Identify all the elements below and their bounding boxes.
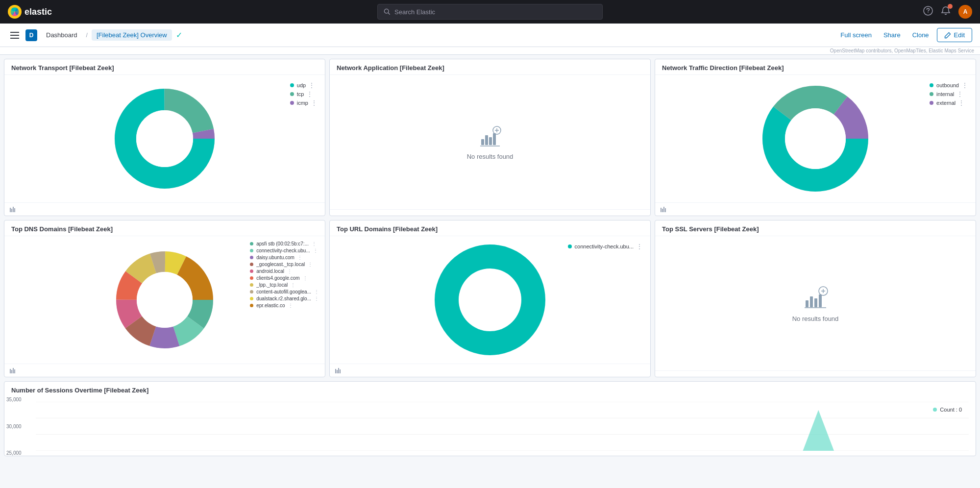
svg-rect-35 [663,207,664,212]
top-url-panel: Top URL Domains [Filebeat Zeek] connecti… [329,220,651,377]
dns-dot-9 [250,297,253,300]
top-url-body: connectivity-check.ubu... ⋮ [330,236,650,364]
dns-menu-7[interactable]: ⋮ [291,282,297,288]
fullscreen-button[interactable]: Full screen [836,29,876,41]
outbound-menu[interactable]: ⋮ [962,82,969,89]
dns-legend-7: _lpp._tcp.local ⋮ [250,282,321,288]
network-application-empty: No results found [467,124,514,160]
url-menu-1[interactable]: ⋮ [637,243,643,250]
elastic-logo-text: elastic [24,7,52,17]
dns-legend-2: connectivity-check.ubu... ⋮ [250,248,321,253]
top-url-chart [434,244,546,356]
svg-rect-17 [10,208,11,212]
search-bar[interactable]: Search Elastic [377,4,603,20]
search-icon [384,8,391,15]
dns-menu-5[interactable]: ⋮ [287,268,294,274]
dns-menu-8[interactable]: ⋮ [314,289,321,294]
breadcrumb-icon: D [25,29,37,41]
breadcrumb-dashboard[interactable]: Dashboard [41,29,82,41]
hamburger-button[interactable] [8,28,22,42]
y-label-30k: 30,000 [6,424,22,429]
no-results-icon [478,124,502,148]
sessions-title: Number of Sessions Overtime [Filebeat Ze… [4,382,976,397]
dns-menu-4[interactable]: ⋮ [308,262,315,267]
svg-rect-57 [338,368,339,373]
notification-badge [948,4,953,9]
dns-dot-3 [250,256,253,259]
top-ssl-panel: Top SSL Servers [Filebeat Zeek] No resul… [655,220,976,377]
notification-icon[interactable] [941,6,951,18]
top-ssl-empty: No results found [792,285,839,322]
search-bar-container: Search Elastic [377,4,603,20]
dns-legend-1: apsfi stb (00:02:5b:c7:... ⋮ [250,241,321,246]
help-icon[interactable] [923,6,933,18]
top-url-footer [330,364,650,377]
dns-menu-3[interactable]: ⋮ [297,255,304,260]
legend-internal: internal ⋮ [930,91,969,98]
nav-icons: A [923,5,972,19]
dns-legend-4: _googlecast._tcp.local ⋮ [250,262,321,267]
sessions-panel: Number of Sessions Overtime [Filebeat Ze… [4,381,976,456]
clone-button[interactable]: Clone [908,29,933,41]
internal-dot [930,92,933,96]
external-menu[interactable]: ⋮ [958,99,965,106]
elastic-logo[interactable]: elastic [8,5,52,19]
svg-point-8 [928,12,929,13]
legend-outbound: outbound ⋮ [930,82,969,89]
tcp-label: tcp [297,91,304,97]
svg-rect-58 [340,369,341,373]
sessions-body: 35,000 30,000 25,000 Count : 0 [4,397,976,456]
svg-point-54 [459,268,521,331]
internal-menu[interactable]: ⋮ [957,91,964,98]
breadcrumb-overview[interactable]: [Filebeat Zeek] Overview [92,29,172,41]
dns-label-4: _googlecast._tcp.local [256,262,305,267]
network-application-body: No results found [330,75,650,209]
dns-menu-2[interactable]: ⋮ [313,248,320,253]
user-avatar[interactable]: A [958,5,972,19]
network-transport-chart [111,85,219,193]
dns-menu-1[interactable]: ⋮ [312,241,318,246]
top-dns-legend: apsfi stb (00:02:5b:c7:... ⋮ connectivit… [250,241,321,308]
edit-label: Edit [954,31,965,39]
dns-menu-10[interactable]: ⋮ [288,303,295,308]
network-transport-legend: udp ⋮ tcp ⋮ icmp ⋮ [290,82,318,106]
footer-icon-2 [660,206,667,213]
svg-rect-59 [806,300,808,307]
top-dns-footer [4,364,325,377]
dns-menu-9[interactable]: ⋮ [314,296,321,301]
network-traffic-title: Network Traffic Direction [Filebeat Zeek… [655,59,976,75]
network-traffic-legend: outbound ⋮ internal ⋮ external ⋮ [930,82,969,106]
no-results-text: No results found [467,153,514,160]
tcp-menu[interactable]: ⋮ [307,91,314,98]
top-dns-chart [113,248,216,351]
icmp-menu[interactable]: ⋮ [311,99,318,106]
breadcrumb-check-icon: ✓ [176,30,182,40]
outbound-dot [930,83,933,87]
dns-label-10: epr.elastic.co [256,303,285,308]
footer-icon-4 [335,367,342,374]
sessions-chart [36,402,969,451]
edit-button[interactable]: Edit [937,28,972,42]
edit-icon [944,32,951,39]
svg-rect-18 [11,209,12,212]
legend-icmp: icmp ⋮ [290,99,318,106]
svg-line-6 [388,13,390,14]
udp-menu[interactable]: ⋮ [309,82,316,89]
svg-rect-36 [665,208,666,212]
svg-rect-33 [661,208,662,212]
top-ssl-body: No results found [655,236,976,370]
share-button[interactable]: Share [880,29,905,41]
top-nav: elastic Search Elastic A [0,0,980,24]
svg-point-48 [137,272,193,328]
dns-label-9: dualstack.r2.shared.glo... [256,296,311,301]
svg-rect-21 [481,139,484,145]
dns-menu-6[interactable]: ⋮ [303,275,310,281]
legend-external: external ⋮ [930,99,969,106]
dashboard-row-2: Top DNS Domains [Filebeat Zeek] [4,220,976,377]
breadcrumb-bar: D Dashboard / [Filebeat Zeek] Overview ✓… [0,24,980,47]
internal-label: internal [936,91,954,97]
svg-point-16 [136,110,193,167]
elastic-logo-icon [8,5,22,19]
svg-rect-24 [493,133,496,145]
top-ssl-footer [655,370,976,377]
